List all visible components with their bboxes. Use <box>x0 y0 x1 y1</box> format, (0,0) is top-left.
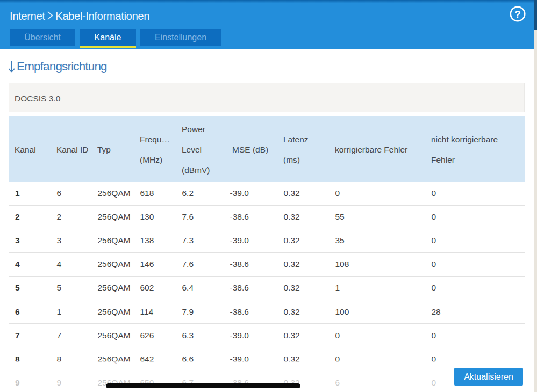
svg-text:?: ? <box>515 9 521 20</box>
